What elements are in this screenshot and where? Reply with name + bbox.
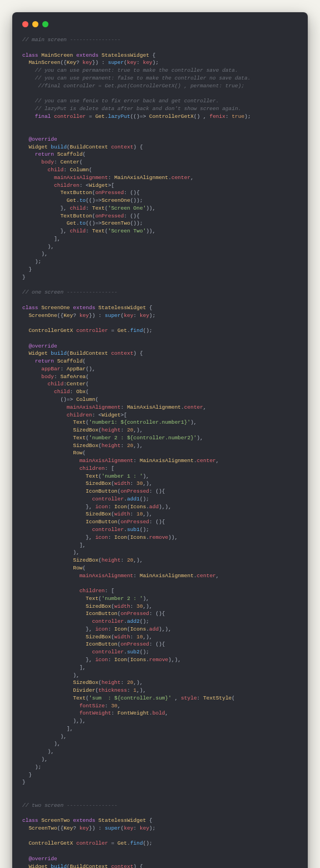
close-icon[interactable] bbox=[22, 21, 28, 27]
cls-key: Key bbox=[67, 59, 76, 66]
cls-icon-s1: Icon bbox=[114, 534, 127, 540]
prop-children-so: children bbox=[67, 412, 92, 418]
ctor-screenone: ScreenOne bbox=[28, 313, 57, 319]
cls-get-find: Get bbox=[117, 328, 127, 334]
str-number1-interp: 'number1: ${controller.number1}' bbox=[89, 419, 190, 425]
prop-fontsize: fontSize bbox=[80, 703, 105, 709]
num-30a: 30 bbox=[136, 480, 142, 487]
prop-height-1: height bbox=[102, 427, 121, 433]
fn-add2: add2 bbox=[127, 618, 140, 624]
fn-find-st: find bbox=[130, 840, 143, 846]
enum-bold: bold bbox=[152, 710, 165, 716]
fn-super-so: super bbox=[105, 313, 121, 319]
comment-final-put: //final controller = Get.put(ControllerG… bbox=[38, 83, 245, 89]
cls-icons-a1: Icons bbox=[130, 504, 146, 510]
kw-extends-so: extends bbox=[73, 305, 95, 311]
kw-return: return bbox=[35, 151, 54, 157]
prop-width-10b: width bbox=[114, 634, 130, 640]
prop-child-tb1: child bbox=[70, 205, 86, 211]
fn-sub2: sub2 bbox=[127, 649, 140, 655]
arg-fenix: fenix bbox=[209, 113, 225, 120]
arg-key-so: key bbox=[124, 313, 133, 319]
enum-center-r1: center bbox=[197, 458, 216, 464]
prop-maa-r1: mainAxisAlignment bbox=[80, 458, 134, 464]
cls-controllergetx: ControllerGetX bbox=[149, 113, 194, 120]
cls-text-s2: Text bbox=[92, 228, 105, 234]
cls-icon-a2: Icon bbox=[114, 626, 127, 632]
comment-one-header: // one screen ---------------- bbox=[22, 289, 117, 295]
maximize-icon[interactable] bbox=[42, 21, 48, 27]
prop-width-30a: width bbox=[114, 480, 130, 487]
cls-get: Get bbox=[95, 113, 105, 120]
prop-style: style bbox=[181, 695, 197, 701]
cls-sizedbox-2: SizedBox bbox=[73, 443, 99, 449]
cls-icons-s1: Icons bbox=[130, 534, 146, 540]
cls-mainscreen: MainScreen bbox=[41, 52, 73, 58]
enum-center: center bbox=[171, 175, 190, 181]
rt-widget-st: Widget bbox=[28, 864, 47, 868]
enum-center-r2: center bbox=[197, 573, 216, 579]
cls-iconbutton-s1: IconButton bbox=[86, 519, 117, 525]
fn-to1: to bbox=[80, 197, 86, 204]
cls-get-to2: Get bbox=[67, 220, 76, 226]
cls-icon-a1: Icon bbox=[114, 504, 127, 510]
comment-perm-true: // you can use permanent: true to make t… bbox=[35, 67, 238, 73]
prop-body: body bbox=[41, 159, 54, 165]
fn-sub1: sub1 bbox=[127, 527, 140, 533]
cls-appbar: AppBar bbox=[67, 366, 86, 372]
cls-obx: Obx bbox=[76, 389, 86, 395]
cls-text-num2: Text bbox=[73, 435, 86, 441]
call-controller-s1: controller bbox=[92, 527, 124, 533]
call-controller-a1: controller bbox=[92, 496, 124, 502]
kw-final: final bbox=[35, 113, 51, 120]
var-controller: controller bbox=[54, 113, 86, 120]
prop-child-tb2: child bbox=[70, 228, 86, 234]
param-key-so: key bbox=[80, 313, 89, 319]
cls-maa-so: MainAxisAlignment bbox=[127, 404, 181, 410]
comment-perm-false: // you can use permanent: false to make … bbox=[35, 75, 251, 81]
cls-statelesswidget: StatelessWidget bbox=[102, 52, 150, 58]
cls-icons-a2: Icons bbox=[130, 626, 146, 632]
prop-maa: mainAxisAlignment bbox=[54, 175, 108, 181]
cls-scaffold-so: Scaffold bbox=[57, 358, 83, 364]
call-controller-s2: controller bbox=[92, 649, 124, 655]
cls-sw-st: StatelessWidget bbox=[99, 817, 146, 824]
cls-column-so: Column bbox=[76, 396, 95, 403]
cls-text-num1: Text bbox=[73, 419, 86, 425]
field-controller-st: controller bbox=[76, 840, 108, 846]
field-controller: controller bbox=[76, 328, 108, 334]
cls-screentwo: ScreenTwo bbox=[41, 817, 70, 824]
str-number1-lbl: 'number 1 : ' bbox=[102, 473, 143, 479]
icons-add-1: add bbox=[149, 504, 159, 510]
prop-width-30b: width bbox=[114, 603, 130, 609]
gen-widget: Widget bbox=[89, 182, 108, 189]
cls-sizedbox-1: SizedBox bbox=[73, 427, 99, 433]
cls-row-2: Row bbox=[73, 565, 82, 571]
cls-column: Column bbox=[70, 167, 89, 173]
fn-lazyput: lazyPut bbox=[108, 113, 130, 120]
page-frame: // main screen ---------------- class Ma… bbox=[0, 0, 320, 868]
field-controller-type: ControllerGetX bbox=[28, 328, 73, 334]
cls-text-n1lbl: Text bbox=[86, 473, 99, 479]
cls-sizedbox-w30b: SizedBox bbox=[86, 603, 111, 609]
comment-fenix: // you can use fenix to fix error back a… bbox=[35, 98, 219, 104]
kw-class-st: class bbox=[22, 817, 38, 824]
window-traffic-lights bbox=[22, 21, 298, 27]
rt-widget: Widget bbox=[28, 144, 47, 150]
comment-main-header: // main screen ---------------- bbox=[22, 37, 121, 43]
cls-bc-so: BuildContext bbox=[70, 350, 108, 356]
cls-bc-st: BuildContext bbox=[70, 864, 108, 868]
fn-super: super bbox=[108, 59, 124, 66]
prop-height-4: height bbox=[102, 679, 121, 686]
prop-maa-r2: mainAxisAlignment bbox=[80, 573, 134, 579]
cls-sizedbox-w10b: SizedBox bbox=[86, 634, 111, 640]
fn-build: build bbox=[51, 144, 67, 150]
ann-override-st: @override bbox=[28, 856, 57, 862]
icons-add-2: add bbox=[149, 626, 159, 632]
kw-extends: extends bbox=[76, 52, 99, 58]
cls-fontweight: FontWeight bbox=[117, 710, 149, 716]
comment-lazyput: // lazyPut is delete data after back and… bbox=[35, 106, 242, 112]
prop-height-2: height bbox=[102, 443, 121, 449]
param-context-st: context bbox=[111, 864, 134, 868]
minimize-icon[interactable] bbox=[32, 21, 38, 27]
